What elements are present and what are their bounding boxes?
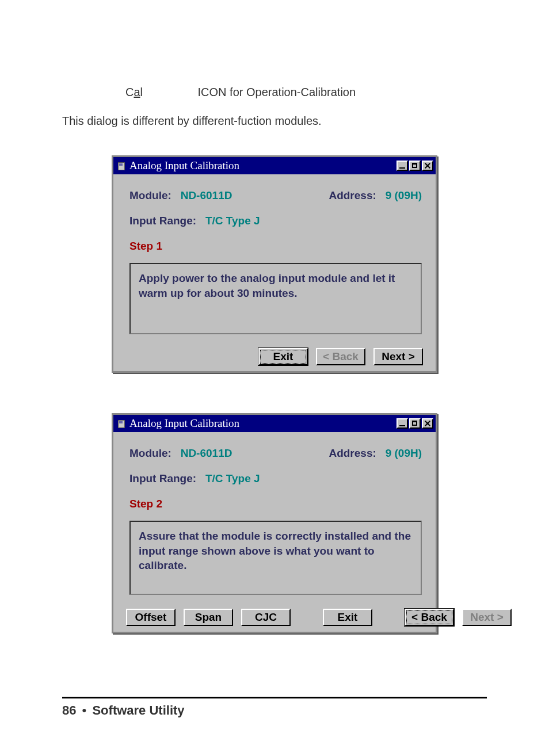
analog-input-calibration-dialog-step2: Analog Input Calibration Module: ND-6011…	[112, 413, 437, 633]
next-button: Next >	[462, 609, 512, 626]
intro-line-2: This dialog is different by different-fu…	[62, 109, 487, 132]
back-button[interactable]: < Back	[405, 609, 454, 626]
app-icon	[117, 419, 126, 428]
address-label: Address:	[329, 189, 376, 201]
page-number: 86	[62, 703, 76, 717]
intro-line-1: Cal ICON for Operation-Calibration	[125, 81, 487, 104]
step-label: Step 1	[129, 240, 162, 252]
app-icon	[117, 161, 126, 170]
step-instruction-box: Apply power to the analog input module a…	[129, 263, 422, 334]
titlebar: Analog Input Calibration	[113, 157, 436, 174]
exit-button[interactable]: Exit	[258, 348, 308, 365]
address-value: 9 (09H)	[386, 189, 422, 201]
offset-button[interactable]: Offset	[126, 609, 176, 626]
maximize-icon[interactable]	[409, 418, 421, 429]
close-icon[interactable]	[422, 161, 433, 171]
cjc-button[interactable]: CJC	[241, 609, 291, 626]
footer-section: Software Utility	[92, 703, 184, 717]
maximize-icon[interactable]	[409, 161, 421, 171]
step-instruction-box: Assure that the module is correctly inst…	[129, 521, 422, 595]
back-button: < Back	[316, 348, 365, 365]
next-button[interactable]: Next >	[373, 348, 423, 365]
window-title: Analog Input Calibration	[129, 155, 239, 177]
module-label: Module:	[129, 189, 171, 201]
cal-label: Cal	[125, 81, 195, 104]
minimize-icon[interactable]	[396, 418, 408, 429]
input-range-value: T/C Type J	[205, 472, 260, 484]
input-range-value: T/C Type J	[205, 215, 260, 227]
cal-description: ICON for Operation-Calibration	[198, 86, 356, 98]
input-range-label: Input Range:	[129, 472, 196, 484]
address-value: 9 (09H)	[386, 447, 422, 459]
footer-bullet: •	[82, 703, 87, 717]
close-icon[interactable]	[422, 418, 433, 429]
step-label: Step 2	[129, 498, 162, 510]
window-title: Analog Input Calibration	[129, 413, 239, 434]
footer-divider	[62, 697, 487, 698]
minimize-icon[interactable]	[396, 161, 408, 171]
titlebar: Analog Input Calibration	[113, 415, 436, 432]
exit-button[interactable]: Exit	[323, 609, 372, 626]
input-range-label: Input Range:	[129, 215, 196, 227]
analog-input-calibration-dialog-step1: Analog Input Calibration Module: ND-6011…	[112, 155, 437, 373]
module-label: Module:	[129, 447, 171, 459]
module-value: ND-6011D	[181, 189, 232, 201]
step-instruction-text: Assure that the module is correctly inst…	[139, 530, 411, 571]
page-footer: 86 • Software Utility	[62, 697, 487, 718]
address-label: Address:	[329, 447, 376, 459]
span-button[interactable]: Span	[184, 609, 233, 626]
step-instruction-text: Apply power to the analog input module a…	[139, 272, 395, 299]
module-value: ND-6011D	[181, 447, 232, 459]
